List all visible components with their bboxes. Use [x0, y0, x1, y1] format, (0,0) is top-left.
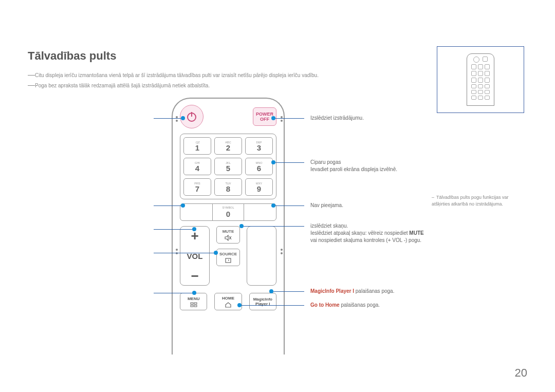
page-number: 20	[515, 366, 527, 380]
home-icon	[225, 302, 232, 308]
svg-rect-7	[191, 305, 193, 307]
key-3[interactable]: DEF3	[245, 137, 273, 155]
remote-thumbnail	[467, 53, 494, 106]
key-9[interactable]: WXY9	[245, 178, 273, 196]
mute-icon	[225, 235, 232, 241]
key-2[interactable]: ABC2	[214, 137, 242, 155]
side-note: –Tālvadības pults pogu funkcijas var atš…	[432, 194, 524, 208]
mute-button[interactable]: MUTE	[216, 226, 240, 244]
menu-icon	[190, 302, 197, 307]
channel-rocker-blank[interactable]	[247, 226, 276, 286]
label-na-right: Nav pieejama.	[310, 202, 439, 209]
volume-rocker[interactable]: + VOL −	[180, 226, 210, 286]
label-magicinfo: MagicInfo Player I palaišanas poga.	[310, 288, 465, 295]
vol-down-icon: −	[191, 271, 198, 281]
label-power-off: Izslēdziet izstrādājumu.	[310, 115, 439, 122]
key-4[interactable]: GHI4	[183, 158, 211, 175]
label-digits: Ciparu pogas Ievadiet paroli ekrāna disp…	[310, 159, 439, 173]
key-6[interactable]: MNO6	[245, 158, 273, 175]
zero-row: SYMBOL 0	[180, 203, 276, 221]
svg-rect-6	[194, 303, 197, 304]
key-0[interactable]: SYMBOL 0	[212, 204, 244, 220]
dash-icon: ―	[28, 82, 35, 87]
label-mute: izslēdziet skaņu. Ieslēdziet atpakaļ ska…	[310, 222, 480, 244]
key-5[interactable]: JKL5	[214, 158, 242, 175]
vol-up-icon: +	[191, 231, 198, 241]
source-button[interactable]: SOURCE	[216, 249, 240, 266]
home-button[interactable]: HOME	[214, 293, 242, 310]
key-7[interactable]: PRS7	[183, 178, 211, 196]
label-home: Go to Home palaišanas poga.	[310, 302, 465, 309]
magicinfo-button[interactable]: MagicInfo Player I	[249, 293, 276, 310]
number-keypad: .QZ1 ABC2 DEF3 GHI4 JKL5 MNO6 PRS7 TUV8 …	[180, 134, 276, 199]
key-1[interactable]: .QZ1	[183, 137, 211, 155]
key-8[interactable]: TUV8	[214, 178, 242, 196]
remote-diagram: POWER OFF .QZ1 ABC2 DEF3 GHI4 JKL5 MNO6 …	[28, 98, 527, 371]
svg-rect-8	[194, 305, 197, 307]
menu-button[interactable]: MENU	[180, 293, 207, 310]
source-icon	[225, 257, 232, 264]
power-icon	[186, 110, 198, 123]
svg-rect-5	[191, 303, 193, 304]
dash-icon: ―	[28, 72, 35, 77]
remote-thumbnail-box	[437, 46, 524, 113]
